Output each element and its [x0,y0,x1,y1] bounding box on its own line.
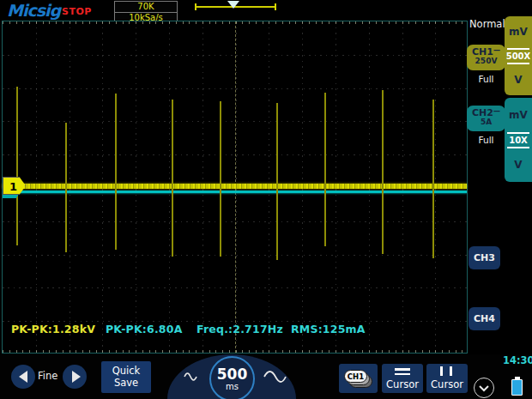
trigger-bar-right-cap [275,3,276,10]
channel-select-button[interactable]: CH1 [339,364,378,393]
measurement-pkpk-ch1: PK-PK:1.28kV [11,323,95,336]
collapse-menu-button[interactable] [474,378,494,398]
waveform-spike [172,100,173,257]
chevron-down-icon [478,384,490,392]
ch1-bandwidth-label: Full [467,74,505,84]
waveform-spike [432,100,434,258]
ch1-baseline-trace [3,184,467,189]
ch2-probe-attenuation[interactable]: 10X [509,134,528,147]
ch1-probe-attenuation[interactable]: 500X [506,50,531,63]
ch1-unit-mv[interactable]: mV [509,16,528,48]
ch3-button[interactable]: CH3 [469,246,500,269]
clock-label: 14:30 [503,354,532,366]
ch2-bandwidth-label: Full [467,135,505,145]
battery-icon [511,377,523,396]
horizontal-cursor-icon [395,368,410,375]
fine-decrease-button[interactable] [11,365,35,389]
bottom-toolbar: Fine Quick Save 500 ms CH1 Cursor Cursor… [0,354,532,399]
waveform-display[interactable]: 2 1 PK-PK:1.28kV PK-PK:6.80A Freq.:2.717… [2,21,468,354]
stacked-channels-icon: CH1 [344,368,372,389]
measurement-rms: RMS:125mA [291,323,366,336]
ch2-probe-panel[interactable]: mV 10X V [505,98,532,182]
cursor-vertical-button[interactable]: Cursor [426,364,468,393]
waveform-spike [65,123,67,252]
ch2-coupling-icon: — [493,107,500,115]
cursor-horizontal-button[interactable]: Cursor [382,364,423,393]
ch2-unit-mv[interactable]: mV [509,98,528,132]
ch2-baseline-trace [3,190,467,193]
waveform-spike [276,103,278,260]
trigger-mode-label: Normal [469,18,505,30]
ch1-probe-panel[interactable]: mV 500X V [505,16,532,95]
ch1-coupling-icon: — [493,46,500,54]
vertical-cursor-icon [440,366,453,376]
micsig-logo: Micsig [7,1,60,20]
sine-large-icon[interactable] [262,367,287,386]
trigger-position-marker-icon[interactable] [227,1,239,9]
waveform-spike [382,90,384,254]
waveform-spike [220,101,221,257]
ch1-button[interactable]: CH1— 250V [467,45,505,70]
ch2-button[interactable]: CH2— 5A [467,106,505,131]
fine-adjust-label: Fine [38,370,57,382]
ch1-unit-v[interactable]: V [514,64,522,96]
waveform-spike [16,87,18,245]
quick-save-button[interactable]: Quick Save [101,361,151,393]
arrow-right-icon [72,371,81,383]
measurement-pkpk-ch2: PK-PK:6.80A [106,323,183,336]
memory-depth-box[interactable]: 70K [114,1,178,13]
waveform-spike [324,93,326,246]
measurement-freq: Freq.:2.717Hz [196,323,283,336]
ch2-unit-v[interactable]: V [514,148,522,183]
sine-small-icon[interactable] [183,370,198,384]
acquisition-status[interactable]: STOP [62,6,92,17]
waveform-spike [115,94,117,250]
fine-increase-button[interactable] [63,365,87,389]
ch4-button[interactable]: CH4 [469,307,500,330]
timebase-button[interactable]: 500 ms [209,356,255,399]
ch2-scale: 5A [467,118,505,126]
ch1-scale: 250V [467,57,505,65]
arrow-left-icon [19,371,27,383]
